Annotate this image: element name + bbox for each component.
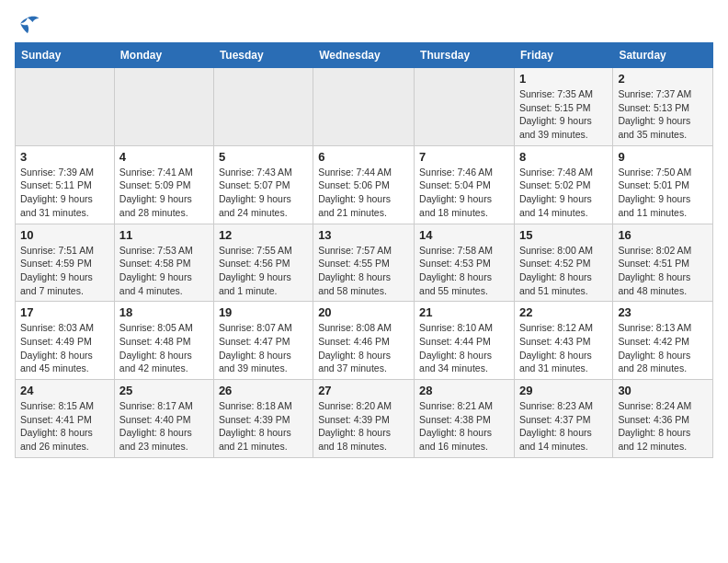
calendar-day: 16Sunrise: 8:02 AM Sunset: 4:51 PM Dayli… [613,224,713,302]
day-detail: Sunrise: 7:58 AM Sunset: 4:53 PM Dayligh… [419,244,509,298]
calendar-day: 22Sunrise: 8:12 AM Sunset: 4:43 PM Dayli… [514,302,612,380]
calendar-day: 8Sunrise: 7:48 AM Sunset: 5:02 PM Daylig… [514,145,612,224]
day-number: 18 [119,305,209,319]
day-detail: Sunrise: 7:43 AM Sunset: 5:07 PM Dayligh… [219,166,308,220]
day-detail: Sunrise: 8:15 AM Sunset: 4:41 PM Dayligh… [20,399,109,454]
calendar-day: 11Sunrise: 7:53 AM Sunset: 4:58 PM Dayli… [114,224,213,302]
day-number: 27 [318,384,409,397]
calendar-day: 10Sunrise: 7:51 AM Sunset: 4:59 PM Dayli… [16,224,115,302]
day-number: 29 [519,384,608,397]
week-row-5: 24Sunrise: 8:15 AM Sunset: 4:41 PM Dayli… [16,380,713,458]
day-detail: Sunrise: 8:18 AM Sunset: 4:39 PM Dayligh… [219,399,308,454]
day-detail: Sunrise: 8:10 AM Sunset: 4:44 PM Dayligh… [419,321,509,375]
day-detail: Sunrise: 8:02 AM Sunset: 4:51 PM Dayligh… [618,244,708,298]
day-number: 17 [20,305,109,319]
day-number: 22 [519,305,608,319]
calendar-day [313,68,415,146]
col-header-saturday: Saturday [613,43,713,68]
calendar-day [114,68,213,146]
day-detail: Sunrise: 7:46 AM Sunset: 5:04 PM Dayligh… [419,166,509,220]
calendar-day [213,68,313,146]
week-row-2: 3Sunrise: 7:39 AM Sunset: 5:11 PM Daylig… [16,145,713,224]
day-number: 8 [519,150,608,164]
week-row-4: 17Sunrise: 8:03 AM Sunset: 4:49 PM Dayli… [16,302,713,380]
day-number: 26 [219,384,308,397]
header-row: SundayMondayTuesdayWednesdayThursdayFrid… [16,43,713,68]
calendar-day: 12Sunrise: 7:55 AM Sunset: 4:56 PM Dayli… [213,224,313,302]
day-number: 1 [519,72,608,86]
day-number: 15 [519,228,608,242]
calendar-day: 24Sunrise: 8:15 AM Sunset: 4:41 PM Dayli… [16,380,115,458]
col-header-friday: Friday [514,43,612,68]
day-number: 13 [318,228,409,242]
day-number: 2 [618,72,708,86]
day-number: 23 [618,305,708,319]
day-detail: Sunrise: 8:13 AM Sunset: 4:42 PM Dayligh… [618,321,708,375]
calendar-header: SundayMondayTuesdayWednesdayThursdayFrid… [16,43,713,68]
day-detail: Sunrise: 7:41 AM Sunset: 5:09 PM Dayligh… [119,166,209,220]
calendar-day: 27Sunrise: 8:20 AM Sunset: 4:39 PM Dayli… [313,380,415,458]
calendar-day: 25Sunrise: 8:17 AM Sunset: 4:40 PM Dayli… [114,380,213,458]
col-header-monday: Monday [114,43,213,68]
day-detail: Sunrise: 8:05 AM Sunset: 4:48 PM Dayligh… [119,321,209,375]
logo-bird-icon [15,15,40,35]
calendar-day: 19Sunrise: 8:07 AM Sunset: 4:47 PM Dayli… [213,302,313,380]
calendar-day [16,68,115,146]
day-number: 7 [419,150,509,164]
col-header-wednesday: Wednesday [313,43,415,68]
calendar-day: 26Sunrise: 8:18 AM Sunset: 4:39 PM Dayli… [213,380,313,458]
calendar-day [415,68,515,146]
day-number: 24 [20,384,109,397]
day-detail: Sunrise: 8:00 AM Sunset: 4:52 PM Dayligh… [519,244,608,298]
day-detail: Sunrise: 8:21 AM Sunset: 4:38 PM Dayligh… [419,399,509,454]
calendar-day: 15Sunrise: 8:00 AM Sunset: 4:52 PM Dayli… [514,224,612,302]
day-detail: Sunrise: 7:55 AM Sunset: 4:56 PM Dayligh… [219,244,308,298]
day-number: 16 [618,228,708,242]
day-number: 19 [219,305,308,319]
day-number: 21 [419,305,509,319]
calendar-day: 20Sunrise: 8:08 AM Sunset: 4:46 PM Dayli… [313,302,415,380]
day-number: 25 [119,384,209,397]
day-detail: Sunrise: 8:17 AM Sunset: 4:40 PM Dayligh… [119,399,209,454]
col-header-thursday: Thursday [415,43,515,68]
col-header-sunday: Sunday [16,43,115,68]
col-header-tuesday: Tuesday [213,43,313,68]
day-detail: Sunrise: 7:35 AM Sunset: 5:15 PM Dayligh… [519,87,608,142]
week-row-1: 1Sunrise: 7:35 AM Sunset: 5:15 PM Daylig… [16,68,713,146]
calendar-day: 14Sunrise: 7:58 AM Sunset: 4:53 PM Dayli… [415,224,515,302]
day-number: 10 [20,228,109,242]
day-number: 30 [618,384,708,397]
calendar-day: 3Sunrise: 7:39 AM Sunset: 5:11 PM Daylig… [16,145,115,224]
calendar-day: 21Sunrise: 8:10 AM Sunset: 4:44 PM Dayli… [415,302,515,380]
day-number: 6 [318,150,409,164]
day-detail: Sunrise: 7:51 AM Sunset: 4:59 PM Dayligh… [20,244,109,298]
day-detail: Sunrise: 8:08 AM Sunset: 4:46 PM Dayligh… [318,321,409,375]
calendar-day: 5Sunrise: 7:43 AM Sunset: 5:07 PM Daylig… [213,145,313,224]
calendar-day: 9Sunrise: 7:50 AM Sunset: 5:01 PM Daylig… [613,145,713,224]
day-detail: Sunrise: 7:53 AM Sunset: 4:58 PM Dayligh… [119,244,209,298]
calendar-day: 2Sunrise: 7:37 AM Sunset: 5:13 PM Daylig… [613,68,713,146]
day-detail: Sunrise: 8:23 AM Sunset: 4:37 PM Dayligh… [519,399,608,454]
calendar-day: 7Sunrise: 7:46 AM Sunset: 5:04 PM Daylig… [415,145,515,224]
day-detail: Sunrise: 7:48 AM Sunset: 5:02 PM Dayligh… [519,166,608,220]
day-detail: Sunrise: 7:57 AM Sunset: 4:55 PM Dayligh… [318,244,409,298]
day-detail: Sunrise: 8:12 AM Sunset: 4:43 PM Dayligh… [519,321,608,375]
day-number: 5 [219,150,308,164]
calendar-day: 23Sunrise: 8:13 AM Sunset: 4:42 PM Dayli… [613,302,713,380]
calendar-day: 13Sunrise: 7:57 AM Sunset: 4:55 PM Dayli… [313,224,415,302]
calendar-day: 28Sunrise: 8:21 AM Sunset: 4:38 PM Dayli… [415,380,515,458]
logo [15,15,44,35]
day-number: 12 [219,228,308,242]
calendar-body: 1Sunrise: 7:35 AM Sunset: 5:15 PM Daylig… [16,68,713,458]
week-row-3: 10Sunrise: 7:51 AM Sunset: 4:59 PM Dayli… [16,224,713,302]
day-number: 4 [119,150,209,164]
calendar-day: 4Sunrise: 7:41 AM Sunset: 5:09 PM Daylig… [114,145,213,224]
day-detail: Sunrise: 7:44 AM Sunset: 5:06 PM Dayligh… [318,166,409,220]
day-number: 9 [618,150,708,164]
calendar-day: 18Sunrise: 8:05 AM Sunset: 4:48 PM Dayli… [114,302,213,380]
calendar-table: SundayMondayTuesdayWednesdayThursdayFrid… [15,42,713,458]
day-number: 28 [419,384,509,397]
day-number: 20 [318,305,409,319]
calendar-day: 30Sunrise: 8:24 AM Sunset: 4:36 PM Dayli… [613,380,713,458]
calendar-day: 29Sunrise: 8:23 AM Sunset: 4:37 PM Dayli… [514,380,612,458]
